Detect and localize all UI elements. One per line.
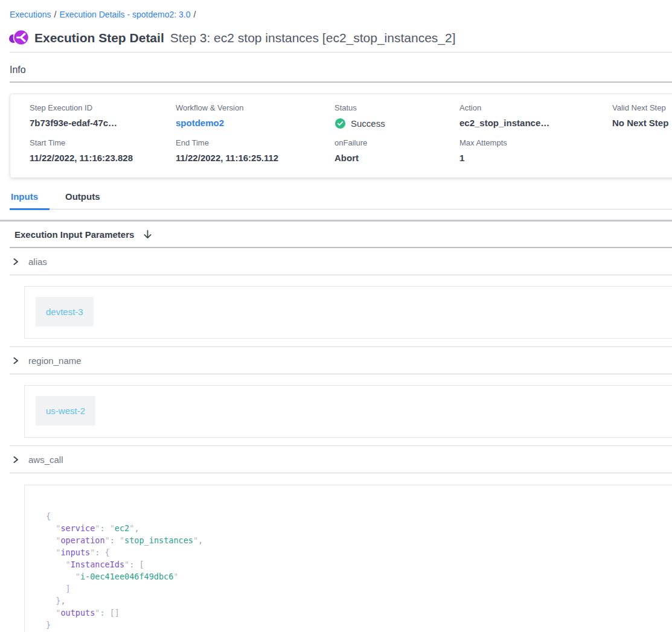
breadcrumb-link-execution-details[interactable]: Execution Details - spotdemo2: 3.0 — [59, 10, 190, 19]
field-value: 7b73f93e-edaf-47c… — [30, 118, 176, 128]
tab-inputs[interactable]: Inputs — [10, 191, 50, 210]
region-name-value-chip: us-west-2 — [36, 396, 95, 426]
field-value: ec2_stop_instance… — [459, 118, 612, 128]
tab-bar: Inputs Outputs — [10, 191, 672, 209]
field-workflow-version: Workflow & Version spotdemo2 — [176, 103, 334, 129]
info-section-title: Info — [10, 65, 672, 75]
empty-cell — [612, 138, 672, 163]
field-end-time: End Time 11/22/2022, 11:16:25.112 — [176, 138, 334, 163]
field-label: Workflow & Version — [176, 103, 334, 112]
section-name: region_name — [28, 356, 82, 366]
section-row-alias[interactable]: alias — [0, 248, 672, 275]
section-divider — [10, 275, 672, 275]
field-max-attempts: Max Attempts 1 — [459, 138, 612, 163]
breadcrumb-link-executions[interactable]: Executions — [10, 10, 51, 19]
parameters-heading-text: Execution Input Parameters — [14, 229, 134, 240]
field-status: Status Success — [334, 103, 459, 129]
section-divider — [10, 374, 672, 374]
field-label: onFailure — [334, 138, 459, 147]
page-header: Execution Step Detail Step 3: ec2 stop i… — [8, 28, 672, 48]
field-label: Valid Next Step — [612, 103, 672, 112]
field-label: Status — [334, 103, 459, 112]
breadcrumb-separator: / — [194, 10, 196, 19]
chevron-right-icon[interactable] — [12, 357, 19, 365]
section-name: aws_call — [28, 455, 63, 465]
page-title: Execution Step Detail — [34, 31, 164, 45]
status-badge: Success — [334, 118, 459, 129]
field-value: No Next Step — [612, 118, 672, 128]
spacer — [0, 339, 672, 346]
section-divider — [10, 473, 672, 473]
workflow-brand-icon — [8, 28, 29, 48]
region-name-value-box: us-west-2 — [24, 385, 672, 438]
chevron-right-icon[interactable] — [12, 258, 19, 266]
breadcrumb-separator: / — [54, 10, 56, 19]
field-step-execution-id: Step Execution ID 7b73f93e-edaf-47c… — [30, 103, 176, 129]
title-divider — [10, 52, 672, 53]
execution-step-detail-page: Executions/Execution Details - spotdemo2… — [0, 0, 672, 632]
field-label: Max Attempts — [459, 138, 612, 147]
field-start-time: Start Time 11/22/2022, 11:16:23.828 — [30, 138, 176, 163]
field-value: 1 — [459, 153, 612, 163]
field-value: 11/22/2022, 11:16:23.828 — [30, 153, 176, 163]
alias-value-box: devtest-3 — [24, 286, 672, 339]
status-text: Success — [351, 118, 385, 129]
section-row-aws-call[interactable]: aws_call — [0, 446, 672, 473]
workflow-link[interactable]: spotdemo2 — [176, 118, 334, 128]
download-arrow-icon[interactable] — [142, 229, 153, 240]
chevron-right-icon[interactable] — [12, 456, 19, 464]
success-check-icon — [334, 118, 346, 129]
spacer — [0, 438, 672, 445]
section-row-region-name[interactable]: region_name — [0, 347, 672, 374]
tab-outputs[interactable]: Outputs — [64, 191, 101, 210]
field-onfailure: onFailure Abort — [334, 138, 459, 163]
page-subtitle: Step 3: ec2 stop instances [ec2_stop_ins… — [170, 31, 456, 45]
section-name: alias — [28, 257, 47, 267]
field-label: End Time — [176, 138, 334, 147]
tabs-separator — [0, 220, 672, 222]
breadcrumb: Executions/Execution Details - spotdemo2… — [10, 10, 672, 19]
json-code: { "service": "ec2", "operation": "stop_i… — [46, 510, 672, 631]
field-valid-next-step: Valid Next Step No Next Step — [612, 103, 672, 129]
field-action: Action ec2_stop_instance… — [459, 103, 612, 129]
field-label: Start Time — [30, 138, 176, 147]
execution-input-parameters-heading: Execution Input Parameters — [14, 229, 672, 240]
field-value: Abort — [334, 153, 459, 163]
field-label: Step Execution ID — [30, 103, 176, 112]
field-label: Action — [459, 103, 612, 112]
field-value: 11/22/2022, 11:16:25.112 — [176, 153, 334, 163]
aws-call-value-box: { "service": "ec2", "operation": "stop_i… — [24, 485, 672, 632]
step-info-card: Step Execution ID 7b73f93e-edaf-47c… Wor… — [10, 94, 672, 178]
alias-value-chip: devtest-3 — [36, 297, 94, 327]
info-divider — [10, 81, 672, 83]
